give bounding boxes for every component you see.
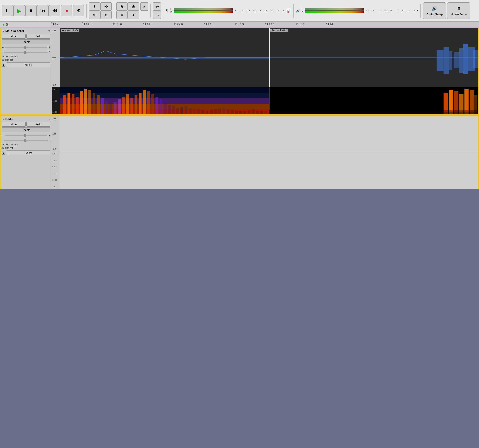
play-button[interactable]: ▶ xyxy=(13,5,25,16)
svg-rect-54 xyxy=(206,111,208,114)
track-1-freq-axis: 10000 4000 1000 xyxy=(52,87,60,114)
record-button[interactable]: ● xyxy=(61,5,72,16)
scale-label-36: -36 xyxy=(252,9,256,12)
zoom-in-button[interactable]: ⊕ xyxy=(128,2,139,11)
input-meter-bars xyxy=(174,8,233,13)
track-2: × Edits ▼ Mute Solo Effects – + L xyxy=(0,116,479,189)
tick-11080: 11:08.0 xyxy=(143,23,152,26)
track-1-pan-track[interactable] xyxy=(4,52,47,53)
t2-y-label-10: 1.0 xyxy=(52,132,59,135)
track-2-fader-row: – + xyxy=(2,133,50,138)
track-2-close-button[interactable]: × xyxy=(2,117,5,121)
out-scale-42: -42 xyxy=(378,9,381,12)
track-1-mute-button[interactable]: Mute xyxy=(2,34,26,39)
track-2-pan-handle[interactable] xyxy=(24,139,26,142)
track-2-fader-handle[interactable] xyxy=(24,134,26,137)
track-2-spectrum-empty[interactable] xyxy=(60,151,478,189)
smart-pointer-button[interactable]: ✛ xyxy=(100,2,112,11)
svg-rect-49 xyxy=(185,106,187,114)
svg-rect-68 xyxy=(264,111,267,114)
track-1-waveform-area[interactable]: 1.0 0.0 -1.0 Audio 1 #25 xyxy=(52,28,478,114)
transport-group: ⏸ ▶ ■ ⏮ ⏭ ● ⟲ xyxy=(2,5,84,16)
track-2-collapse-button[interactable]: ▲ xyxy=(2,151,5,155)
track-1-solo-button[interactable]: Solo xyxy=(26,34,50,39)
track-1-effects-button[interactable]: Effects xyxy=(2,39,50,44)
track-1-close-button[interactable]: × xyxy=(2,29,5,33)
svg-rect-47 xyxy=(176,108,179,114)
y-label-00: 0.0 xyxy=(52,56,59,59)
audio-setup-button[interactable]: 🔊 Audio Setup xyxy=(423,2,446,19)
ruler-ticks[interactable]: 11:05.0 11:06.0 11:07.0 11:08.0 11:09.0 … xyxy=(51,22,479,27)
share-audio-button[interactable]: ⬆ Share Audio xyxy=(447,2,470,19)
undo-button[interactable]: ↩ xyxy=(153,2,161,11)
track-1-collapse-button[interactable]: ▲ xyxy=(2,63,5,67)
track-1-header: × Main Recordi ▼ Mute Solo Effects – + L xyxy=(1,28,52,114)
svg-rect-20 xyxy=(63,95,66,114)
track-2-solo-button[interactable]: Solo xyxy=(26,122,50,127)
track-2-waveform-empty[interactable] xyxy=(60,116,478,151)
track-1-dropdown-button[interactable]: ▼ xyxy=(48,30,50,33)
stop-button[interactable]: ■ xyxy=(25,5,37,16)
star-tool-button[interactable]: ✳ xyxy=(100,11,112,19)
tick-11140: 11:14. xyxy=(326,23,334,26)
divider-2 xyxy=(114,4,114,18)
track-2-name: Edits xyxy=(5,118,48,121)
track-1-info: Mono, 44100Hz 32-bit float xyxy=(2,55,50,61)
tick-11070: 11:07.0 xyxy=(113,23,122,26)
scale-label-6: -6 xyxy=(282,9,284,12)
redo-button[interactable]: ↪ xyxy=(153,11,161,19)
track-1-spectrum-display[interactable] xyxy=(60,87,478,114)
divider-6 xyxy=(420,4,421,18)
track-2-fader-plus: + xyxy=(49,134,50,137)
track-1-bottom-row: ▲ Select xyxy=(2,62,50,67)
svg-rect-45 xyxy=(168,105,171,114)
track-2-pan-track[interactable] xyxy=(4,140,47,141)
track-2-info-line2: 32-bit float xyxy=(2,146,50,150)
svg-rect-48 xyxy=(180,107,183,114)
tick-line-6 xyxy=(204,22,204,23)
track-1-fader-handle[interactable] xyxy=(24,46,26,49)
rewind-button[interactable]: ⏮ xyxy=(37,5,49,16)
zoom-tools-grid: ⊖ ⊕ ⇔ ⇕ xyxy=(116,2,139,19)
pencil-tool-button[interactable]: ✏ xyxy=(89,11,100,19)
svg-rect-33 xyxy=(118,99,121,114)
zoom-fit-sel-button[interactable]: ⤢ xyxy=(140,2,148,11)
out-scale-18: -18 xyxy=(401,9,404,12)
clip1-label: Audio 1 #25 xyxy=(61,29,79,32)
forward-button[interactable]: ⏭ xyxy=(49,5,60,16)
track-1-select-button[interactable]: Select xyxy=(6,62,50,67)
zoom-fit-h-button[interactable]: ⇔ xyxy=(116,11,128,19)
tick-11090: 11:09.0 xyxy=(174,23,183,26)
track-2-dropdown-button[interactable]: ▼ xyxy=(48,118,50,121)
tick-11100: 11:10.0 xyxy=(204,23,213,26)
output-meter-bars xyxy=(305,8,364,13)
zoom-fit-v-button[interactable]: ⇕ xyxy=(128,11,139,19)
background-area xyxy=(0,191,479,298)
cursor-tool-button[interactable]: I xyxy=(89,2,100,11)
pause-button[interactable]: ⏸ xyxy=(2,5,13,16)
zoom-out-button[interactable]: ⊖ xyxy=(116,2,128,11)
tick-line-1 xyxy=(51,22,52,23)
t2-y-label-20: 2.0 xyxy=(52,117,59,120)
svg-rect-38 xyxy=(139,93,141,114)
loop-button[interactable]: ⟲ xyxy=(73,5,84,16)
track-1-clip1[interactable]: Audio 1 #25 xyxy=(60,28,269,87)
svg-rect-25 xyxy=(84,89,87,114)
share-icon: ⬆ xyxy=(457,6,461,12)
tick-11060: 11:06.0 xyxy=(82,23,91,26)
track-1-fader-minus: – xyxy=(2,46,4,49)
track-1-info-line2: 32-bit float xyxy=(2,58,50,62)
track-1-clip2[interactable]: Audio 1 #26 xyxy=(269,28,478,87)
scale-label-30: -30 xyxy=(258,9,262,12)
track-2-freq-axis: 19000 10000 5000 2800 1000 100 xyxy=(52,151,60,189)
track-2-select-button[interactable]: Select xyxy=(6,150,50,155)
track-2-mute-solo: Mute Solo xyxy=(2,122,50,127)
track-2-effects-button[interactable]: Effects xyxy=(2,127,50,132)
track-1-pan-handle[interactable] xyxy=(24,51,26,54)
track-2-waveform-area[interactable]: 2.0 1.0 -0.0 19000 10000 5000 2800 xyxy=(52,116,478,189)
track-1-waveform-display[interactable]: Audio 1 #25 xyxy=(60,28,478,87)
track-2-fader-track[interactable] xyxy=(5,135,47,136)
track-2-mute-button[interactable]: Mute xyxy=(2,122,26,127)
ruler-start-time: 0 xyxy=(6,23,8,26)
track-1-fader-track[interactable] xyxy=(5,47,47,48)
